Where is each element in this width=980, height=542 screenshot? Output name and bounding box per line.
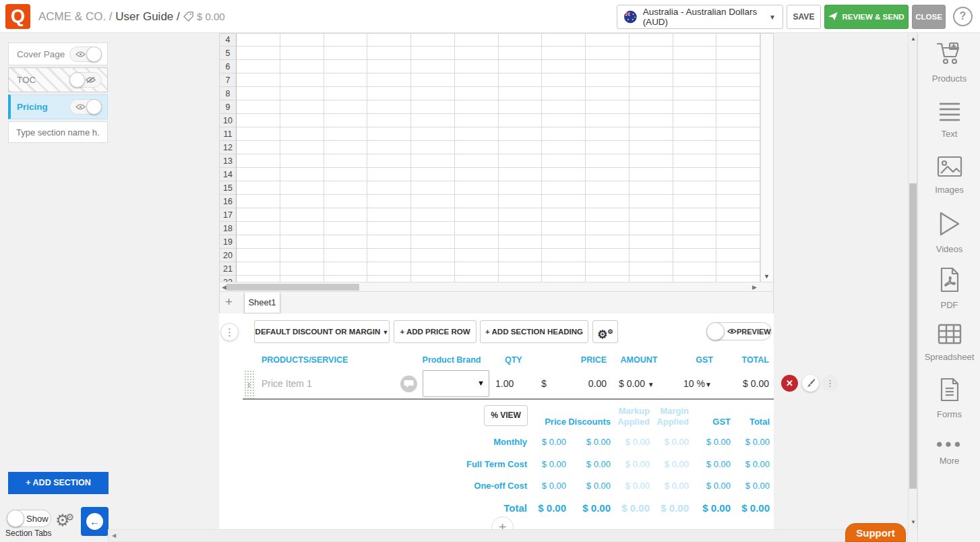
sheet-cell[interactable] [455, 235, 499, 248]
sheet-cell[interactable] [455, 114, 499, 127]
sheet-cell[interactable] [630, 249, 673, 262]
sheet-cell[interactable] [280, 60, 324, 73]
sheet-cell[interactable] [237, 34, 280, 46]
visibility-toggle[interactable] [69, 47, 102, 62]
breadcrumb-company[interactable]: ACME & CO. / [38, 10, 113, 23]
sheet-cell[interactable] [237, 262, 280, 275]
sheet-cell[interactable] [716, 195, 760, 208]
sheet-cell[interactable] [586, 235, 630, 248]
sheet-cell[interactable] [324, 114, 368, 127]
sheet-cell[interactable] [455, 87, 499, 100]
sheet-cell[interactable] [630, 87, 673, 100]
sheet-cell[interactable] [280, 47, 324, 59]
sheet-cell[interactable] [542, 168, 586, 181]
sheet-cell[interactable] [324, 141, 368, 154]
sheet-cell[interactable] [716, 154, 760, 167]
rail-item-products[interactable]: Products [918, 42, 980, 84]
sheet-cell[interactable] [630, 127, 673, 140]
sheet-cell[interactable] [586, 154, 630, 167]
sheet-cell[interactable] [673, 141, 717, 154]
sheet-cell[interactable] [716, 47, 760, 59]
sheet-cell[interactable] [586, 168, 630, 181]
pricing-settings-button[interactable]: ⚙⚙ [592, 320, 618, 343]
sheet-cell[interactable] [280, 114, 324, 127]
sheet-cell[interactable] [237, 100, 280, 113]
sheet-cell[interactable] [324, 73, 368, 86]
sheet-cell[interactable] [673, 181, 717, 194]
sheet-cell[interactable] [499, 276, 543, 282]
sheet-cell[interactable] [455, 222, 499, 235]
sheet-cell[interactable] [542, 195, 586, 208]
sheet-cell[interactable] [237, 60, 280, 73]
sheet-cell[interactable] [716, 141, 760, 154]
sheet-cell[interactable] [630, 195, 673, 208]
sheet-cell[interactable] [455, 249, 499, 262]
sheet-cell[interactable] [586, 181, 630, 194]
page-vertical-scrollbar[interactable]: ▲ ▼ [908, 33, 917, 529]
sheet-cell[interactable] [673, 100, 717, 113]
sheet-cell[interactable] [630, 222, 673, 235]
sheet-cell[interactable] [237, 276, 280, 282]
sheet-cell[interactable] [324, 60, 368, 73]
sheet-cell[interactable] [455, 127, 499, 140]
sheet-cell[interactable] [542, 100, 586, 113]
sheet-cell[interactable] [673, 195, 717, 208]
support-button[interactable]: Support [845, 523, 906, 542]
sheet-cell[interactable] [673, 34, 717, 46]
row-number[interactable]: 14 [220, 168, 236, 181]
sheet-cell[interactable] [586, 47, 630, 59]
sheet-cell[interactable] [324, 262, 368, 275]
sheet-cell[interactable] [586, 73, 630, 86]
sheet-cell[interactable] [716, 73, 760, 86]
sheet-cell[interactable] [586, 276, 630, 282]
sheet-cell[interactable] [280, 34, 324, 46]
sheet-cell[interactable] [411, 114, 455, 127]
sheet-cell[interactable] [411, 60, 455, 73]
sheet-cell[interactable] [324, 276, 368, 282]
sheet-cell[interactable] [411, 100, 455, 113]
sheet-cell[interactable] [411, 141, 455, 154]
sheet-cell[interactable] [586, 208, 630, 221]
rail-item-images[interactable]: Images [918, 156, 980, 195]
sheet-cell[interactable] [367, 34, 411, 46]
sheet-cell[interactable] [237, 114, 280, 127]
sheet-cell[interactable] [586, 100, 630, 113]
sheet-cell[interactable] [673, 87, 717, 100]
sheet-cell[interactable] [324, 87, 368, 100]
sheet-cell[interactable] [367, 47, 411, 59]
row-number[interactable]: 19 [220, 235, 236, 249]
sheet-cell[interactable] [411, 181, 455, 194]
sheet-cell[interactable] [411, 276, 455, 282]
sheet-cell[interactable] [499, 127, 543, 140]
sheet-cell[interactable] [499, 249, 543, 262]
sheet-cell[interactable] [411, 195, 455, 208]
app-logo-icon[interactable]: Q [5, 4, 30, 29]
sheet-cell[interactable] [716, 181, 760, 194]
sheet-cell[interactable] [630, 154, 673, 167]
sheet-cell[interactable] [586, 222, 630, 235]
sheet-cell[interactable] [542, 222, 586, 235]
add-section-heading-button[interactable]: + ADD SECTION HEADING [480, 320, 588, 343]
scrollbar-thumb[interactable] [226, 284, 359, 291]
sheet-cell[interactable] [324, 127, 368, 140]
sheet-cell[interactable] [542, 154, 586, 167]
sheet-cell[interactable] [716, 100, 760, 113]
delete-row-button[interactable]: ✕ [781, 375, 798, 392]
sheet-cell[interactable] [411, 262, 455, 275]
sheet-cell[interactable] [499, 87, 543, 100]
row-number[interactable]: 11 [220, 127, 236, 141]
qty-input[interactable]: 1.00 [495, 378, 514, 389]
sheet-cell[interactable] [411, 34, 455, 46]
sheet-cell[interactable] [630, 100, 673, 113]
row-number[interactable]: 6 [220, 60, 236, 73]
row-number[interactable]: 22 [220, 276, 236, 282]
sheet-cell[interactable] [280, 276, 324, 282]
sheet-cell[interactable] [411, 154, 455, 167]
sheet-cell[interactable] [237, 181, 280, 194]
sheet-cell[interactable] [673, 114, 717, 127]
sheet-cell[interactable] [324, 47, 368, 59]
sheet-cell[interactable] [280, 168, 324, 181]
sheet-cell[interactable] [367, 168, 411, 181]
sheet-cell[interactable] [324, 154, 368, 167]
sheet-cell[interactable] [542, 208, 586, 221]
